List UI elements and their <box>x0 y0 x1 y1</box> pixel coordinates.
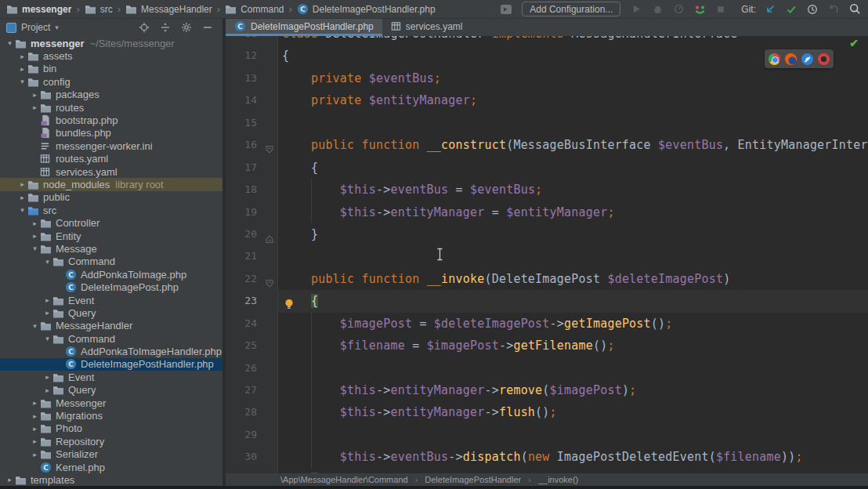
tree-expanded-arrow-icon[interactable]: ▾ <box>5 39 15 47</box>
tree-item-repository[interactable]: ▸Repository <box>0 435 222 447</box>
tree-item-templates[interactable]: ▸templates <box>0 473 222 486</box>
code-line-28[interactable]: 28 $this->entityManager->flush(); <box>226 401 868 423</box>
tree-item-controller[interactable]: ▸Controller <box>0 216 222 229</box>
code-line-16[interactable]: 16 public function __construct(MessageBu… <box>226 134 868 156</box>
code-line-text[interactable]: { <box>278 157 868 179</box>
tree-item-bin[interactable]: ▸bin <box>0 63 222 75</box>
search-everywhere-icon[interactable] <box>848 2 862 16</box>
code-line-15[interactable]: 15 <box>226 112 868 134</box>
breadcrumb-item[interactable]: CDeleteImagePostHandler.php <box>297 3 436 15</box>
tree-item-messagehandler[interactable]: ▾MessageHandler <box>0 320 222 332</box>
code-line-text[interactable]: $this->eventBus = $eventBus; <box>278 179 868 201</box>
opera-browser-icon[interactable] <box>818 53 830 65</box>
breadcrumb-item[interactable]: MessageHandler <box>125 4 212 15</box>
tree-item-bundles-php[interactable]: bundles.php <box>0 127 222 139</box>
code-line-text[interactable]: $imagePost = $deleteImagePost->getImageP… <box>278 313 868 335</box>
breadcrumb-item[interactable]: src <box>85 4 113 15</box>
code-line-text[interactable]: $this->entityManager->remove($imagePost)… <box>278 379 868 401</box>
code-line-text[interactable] <box>278 357 868 379</box>
tree-collapsed-arrow-icon[interactable]: ▸ <box>5 476 15 484</box>
tree-item-addponkatoimage-php[interactable]: CAddPonkaToImage.php <box>0 268 222 281</box>
code-line-text[interactable]: $this->entityManager->flush(); <box>278 401 868 423</box>
code-line-text[interactable]: $this->entityManager = $entityManager; <box>278 201 868 223</box>
tree-item-entity[interactable]: ▸Entity <box>0 230 222 242</box>
tree-item-config[interactable]: ▾config <box>0 75 222 88</box>
tree-item-addponkatoimagehandler-php[interactable]: CAddPonkaToImageHandler.php <box>0 345 222 357</box>
tree-item-assets[interactable]: ▸assets <box>0 49 222 62</box>
tree-collapsed-arrow-icon[interactable]: ▸ <box>30 399 40 407</box>
hide-icon[interactable] <box>202 22 213 33</box>
tree-collapsed-arrow-icon[interactable]: ▸ <box>30 91 40 99</box>
git-update-icon[interactable] <box>763 2 777 16</box>
code-line-text[interactable]: public function __construct(MessageBusIn… <box>278 134 868 156</box>
code-line-18[interactable]: 18 $this->eventBus = $eventBus; <box>226 179 868 201</box>
inspection-ok-icon[interactable]: ✔ <box>849 37 859 49</box>
tree-expanded-arrow-icon[interactable]: ▾ <box>42 258 52 266</box>
code-line-text[interactable]: public function __invoke(DeleteImagePost… <box>278 268 868 290</box>
tree-item-command[interactable]: ▾Command <box>0 332 222 345</box>
code-line-29[interactable]: 29 <box>226 424 868 446</box>
breadcrumb-item[interactable]: Command <box>225 4 284 15</box>
tree-expanded-arrow-icon[interactable]: ▾ <box>17 206 27 214</box>
fold-region-start-icon[interactable] <box>265 140 274 150</box>
code-line-17[interactable]: 17 { <box>226 157 868 179</box>
code-line-19[interactable]: 19 $this->entityManager = $entityManager… <box>226 201 868 223</box>
code-line-21[interactable]: 21 <box>226 245 868 267</box>
tree-collapsed-arrow-icon[interactable]: ▸ <box>30 425 40 433</box>
tree-item-deleteimageposthandler-php[interactable]: CDeleteImagePostHandler.php <box>0 358 222 371</box>
status-breadcrumb-item[interactable]: __invoke() <box>538 475 578 484</box>
tree-item-kernel-php[interactable]: CKernel.php <box>0 461 222 473</box>
tree-item-services-yaml[interactable]: services.yaml <box>0 165 222 178</box>
tree-expanded-arrow-icon[interactable]: ▾ <box>30 244 40 252</box>
settings-icon[interactable] <box>181 22 192 33</box>
tree-item-messenger-worker-ini[interactable]: messenger-worker.ini <box>0 139 222 152</box>
code-line-25[interactable]: 25 $filename = $imagePost->getFilename()… <box>226 335 868 357</box>
code-editor[interactable]: 11class DeleteImagePostHandler implement… <box>226 36 868 473</box>
tree-collapsed-arrow-icon[interactable]: ▸ <box>17 194 27 201</box>
tree-collapsed-arrow-icon[interactable]: ▸ <box>42 373 52 381</box>
collapse-all-icon[interactable] <box>160 22 171 33</box>
tree-item-serializer[interactable]: ▸Serializer <box>0 448 222 461</box>
phone-listener-icon[interactable] <box>693 2 707 16</box>
code-line-23[interactable]: 23 { <box>226 290 868 312</box>
chrome-browser-icon[interactable] <box>769 53 780 65</box>
tree-collapsed-arrow-icon[interactable]: ▸ <box>30 412 40 420</box>
tree-item-command[interactable]: ▾Command <box>0 255 222 268</box>
code-line-text[interactable]: { <box>278 290 868 312</box>
code-line-27[interactable]: 27 $this->entityManager->remove($imagePo… <box>226 379 868 401</box>
add-configuration-button[interactable]: Add Configuration... <box>522 2 620 16</box>
tree-item-messenger[interactable]: ▸Messenger <box>0 397 222 409</box>
tree-item-migrations[interactable]: ▸Migrations <box>0 409 222 422</box>
code-line-13[interactable]: 13 private $eventBus; <box>226 67 868 89</box>
safari-browser-icon[interactable] <box>801 53 813 65</box>
code-line-text[interactable]: private $entityManager; <box>278 89 868 111</box>
code-line-text[interactable]: $filename = $imagePost->getFilename(); <box>278 335 868 357</box>
code-line-20[interactable]: 20 } <box>226 223 868 245</box>
tree-item-message[interactable]: ▾Message <box>0 242 222 255</box>
tree-item-event[interactable]: ▸Event <box>0 371 222 383</box>
code-line-text[interactable]: } <box>278 223 868 245</box>
fold-region-end-icon[interactable] <box>265 230 274 239</box>
tree-item-node-modules[interactable]: ▸node_moduleslibrary root <box>0 178 222 190</box>
fold-region-start-icon[interactable] <box>265 274 274 284</box>
code-line-text[interactable]: private $eventBus; <box>278 67 868 89</box>
tree-item-src[interactable]: ▾src <box>0 204 222 216</box>
tree-item-routes[interactable]: ▸routes <box>0 101 222 114</box>
tree-expanded-arrow-icon[interactable]: ▾ <box>42 335 52 342</box>
tree-item-public[interactable]: ▸public <box>0 191 222 204</box>
git-history-icon[interactable] <box>805 2 819 16</box>
code-line-11[interactable]: 11class DeleteImagePostHandler implement… <box>226 36 868 45</box>
locate-icon[interactable] <box>139 22 150 33</box>
tree-item-query[interactable]: ▸Query <box>0 384 222 397</box>
tree-collapsed-arrow-icon[interactable]: ▸ <box>30 219 40 227</box>
tree-item-deleteimagepost-php[interactable]: CDeleteImagePost.php <box>0 281 222 293</box>
chevron-down-icon[interactable]: ▾ <box>55 24 59 31</box>
tree-item-query[interactable]: ▸Query <box>0 306 222 319</box>
tree-collapsed-arrow-icon[interactable]: ▸ <box>17 180 27 188</box>
tree-item-packages[interactable]: ▸packages <box>0 89 222 101</box>
editor-tab-services-yaml[interactable]: services.yaml <box>382 19 472 36</box>
code-line-text[interactable] <box>278 112 868 134</box>
tree-collapsed-arrow-icon[interactable]: ▸ <box>42 309 52 317</box>
tree-item-photo[interactable]: ▸Photo <box>0 422 222 435</box>
git-commit-icon[interactable] <box>784 2 798 16</box>
